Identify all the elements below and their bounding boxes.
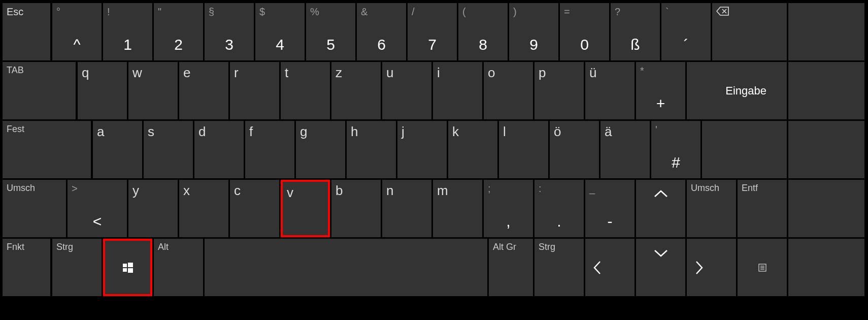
arrow-left-key[interactable] [585,239,635,296]
key-ae[interactable]: ä [600,121,650,178]
shift-right-key[interactable]: Umsch [687,180,736,237]
key-lt-top: > [72,183,78,195]
key-7-top: / [412,6,415,18]
fn-key[interactable]: Fnkt [3,239,50,296]
key-q-label: q [82,65,89,81]
key-accent-bottom: ´ [661,36,711,53]
key-period[interactable]: : . [535,180,584,237]
key-6[interactable]: & 6 [357,3,406,60]
key-o[interactable]: o [484,62,533,119]
altgr-key[interactable]: Alt Gr [489,239,533,296]
key-y[interactable]: y [128,180,178,237]
key-m-label: m [437,183,448,199]
key-h[interactable]: h [347,121,396,178]
key-7[interactable]: / 7 [408,3,457,60]
key-2[interactable]: " 2 [154,3,203,60]
key-n[interactable]: n [382,180,431,237]
key-v[interactable]: v [281,180,330,237]
caret-top: ° [56,6,60,18]
tab-label: TAB [7,65,24,76]
blank-key-1[interactable] [788,3,864,60]
key-d-label: d [198,124,206,140]
key-m[interactable]: m [433,180,482,237]
key-a-label: a [97,124,104,140]
backspace-key[interactable] [712,3,787,60]
blank-key-5[interactable] [788,239,864,296]
svg-rect-2 [123,268,127,272]
key-d[interactable]: d [194,121,244,178]
arrow-right-key[interactable] [687,239,736,296]
key-o-label: o [488,65,495,81]
key-z-label: z [336,65,342,81]
menu-key[interactable] [738,239,787,296]
key-w[interactable]: w [128,62,178,119]
arrow-up-key[interactable] [636,180,685,237]
key-comma[interactable]: ; , [484,180,533,237]
key-0-top: = [564,6,570,18]
key-p[interactable]: p [535,62,584,119]
key-i-label: i [437,65,440,81]
space-key[interactable] [205,239,487,296]
key-z[interactable]: z [331,62,381,119]
key-a[interactable]: a [93,121,142,178]
caret-key[interactable]: ° ^ [52,3,102,60]
key-period-bottom: . [535,213,584,230]
ctrl-right-key[interactable]: Strg [535,239,584,296]
key-accent[interactable]: ` ´ [661,3,711,60]
delete-key[interactable]: Entf [738,180,787,237]
key-9[interactable]: ) 9 [509,3,558,60]
key-4[interactable]: $ 4 [255,3,305,60]
key-u[interactable]: u [382,62,431,119]
key-f[interactable]: f [245,121,294,178]
key-ue[interactable]: ü [585,62,635,119]
key-8[interactable]: ( 8 [458,3,508,60]
key-q[interactable]: q [78,62,127,119]
key-k[interactable]: k [448,121,497,178]
key-9-top: ) [513,6,517,18]
key-1-bottom: 1 [103,36,152,53]
key-r[interactable]: r [230,62,279,119]
esc-key[interactable]: Esc [3,3,50,60]
alt-key[interactable]: Alt [154,239,203,296]
key-0[interactable]: = 0 [560,3,609,60]
chevron-up-icon [654,189,668,199]
ctrl-left-key[interactable]: Strg [52,239,102,296]
key-j[interactable]: j [397,121,447,178]
key-i[interactable]: i [433,62,482,119]
key-ss[interactable]: ? ß [611,3,660,60]
shift-left-key[interactable]: Umsch [3,180,66,237]
caps-lock-key[interactable]: Fest [3,121,91,178]
enter-lower-key[interactable] [702,121,787,178]
tab-key[interactable]: TAB [3,62,76,119]
arrow-down-key[interactable] [636,239,685,296]
windows-key[interactable] [103,239,152,296]
key-4-top: $ [259,6,265,18]
key-0-bottom: 0 [560,36,609,53]
key-c[interactable]: c [230,180,279,237]
key-l[interactable]: l [499,121,548,178]
key-g[interactable]: g [296,121,345,178]
blank-key-4[interactable] [788,180,864,237]
key-t-label: t [285,65,288,81]
key-e[interactable]: e [179,62,228,119]
key-x[interactable]: x [179,180,228,237]
shift-left-label: Umsch [7,183,35,194]
caret-bottom: ^ [52,36,102,53]
key-lessthan[interactable]: > < [68,180,127,237]
key-plus[interactable]: * + [636,62,685,119]
key-oe[interactable]: ö [550,121,599,178]
key-ae-label: ä [605,124,612,140]
blank-key-2[interactable] [788,62,864,119]
key-2-top: " [158,6,161,18]
svg-rect-3 [128,268,133,273]
enter-key[interactable]: Eingabe [687,62,787,119]
key-1[interactable]: ! 1 [103,3,152,60]
key-dash[interactable]: _ - [585,180,635,237]
key-t[interactable]: t [281,62,330,119]
key-3[interactable]: § 3 [205,3,254,60]
key-hash[interactable]: ' # [651,121,700,178]
key-b[interactable]: b [331,180,381,237]
key-s[interactable]: s [144,121,193,178]
blank-key-3[interactable] [788,121,864,178]
key-5[interactable]: % 5 [306,3,355,60]
